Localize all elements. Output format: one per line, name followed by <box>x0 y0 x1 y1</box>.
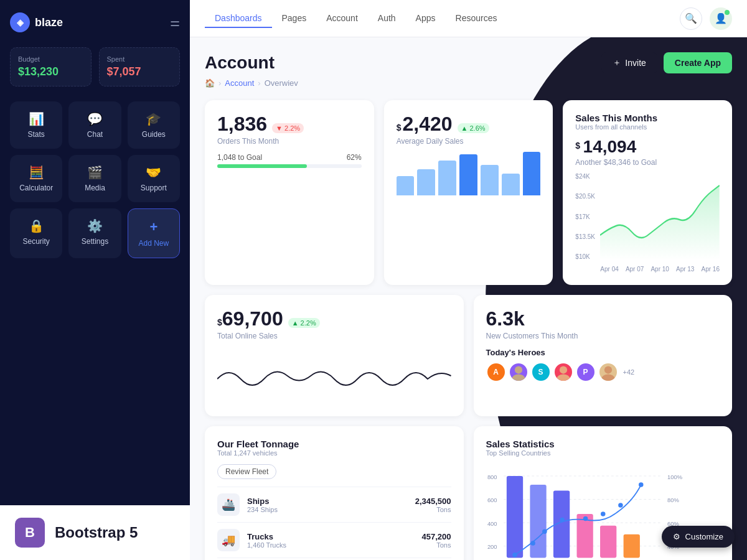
orders-card: 1,836 ▼ 2.2% Orders This Month 1,048 to … <box>205 100 374 285</box>
nav-apps[interactable]: Apps <box>406 9 446 28</box>
page-header: Account ＋ Invite Create App 🏠 › Account … <box>205 52 732 88</box>
fleet-item-ships: 🚢 Ships 234 Ships 2,345,500 Tons <box>217 487 451 522</box>
page-content: Account ＋ Invite Create App 🏠 › Account … <box>190 37 747 560</box>
mini-bar-chart <box>397 152 541 195</box>
progress-bar-bg <box>217 164 362 168</box>
settings-label: Settings <box>82 237 108 246</box>
header-buttons: ＋ Invite Create App <box>601 52 732 73</box>
online-dollar: $ <box>217 317 222 327</box>
sidebar-item-add-new[interactable]: + Add New <box>128 208 180 258</box>
svg-point-29 <box>600 511 605 516</box>
chat-label: Chat <box>87 130 103 139</box>
sidebar-item-chat[interactable]: 💬 Chat <box>68 101 121 149</box>
sidebar-item-calculator[interactable]: 🧮 Calculator <box>10 155 62 202</box>
fleet-item-planes: ✈️ Planes 8 Aircrafts 1,240 Tons <box>217 558 451 560</box>
add-new-icon: + <box>149 219 157 235</box>
customize-icon: ⚙ <box>673 532 680 541</box>
customize-button[interactable]: ⚙ Customize <box>662 526 735 548</box>
trucks-sub: 1,460 Trucks <box>247 541 286 549</box>
support-label: Support <box>141 184 167 192</box>
progress-section: 1,048 to Goal 62% <box>217 153 362 168</box>
create-app-button[interactable]: Create App <box>664 52 732 73</box>
spent-card: Spent $7,057 <box>99 47 181 86</box>
sidebar-item-settings[interactable]: ⚙️ Settings <box>68 208 121 258</box>
ships-value: 2,345,500 Tons <box>415 497 451 513</box>
nav-pages[interactable]: Pages <box>272 9 317 28</box>
bar-3 <box>438 161 456 195</box>
invite-button[interactable]: ＋ Invite <box>601 52 657 73</box>
ships-sub: 234 Ships <box>247 506 278 513</box>
budget-row: Budget $13,230 Spent $7,057 <box>10 47 180 86</box>
spent-label: Spent <box>107 55 172 63</box>
customers-value: 6.3k <box>486 307 720 330</box>
svg-point-5 <box>601 375 614 383</box>
sales-stats-sub: Top Selling Countries <box>486 449 720 457</box>
sidebar-item-support[interactable]: 🤝 Support <box>128 155 180 202</box>
svg-text:100%: 100% <box>667 474 682 480</box>
add-new-label: Add New <box>138 239 169 248</box>
svg-point-31 <box>639 482 644 487</box>
media-label: Media <box>85 184 105 192</box>
bottom-grid: Our Fleet Tonnage Total 1,247 vehicles R… <box>205 426 732 560</box>
sales-month-goal: Another $48,346 to Goal <box>575 158 720 167</box>
sales-dollar: $ <box>575 141 580 151</box>
review-fleet-button[interactable]: Review Fleet <box>217 464 276 479</box>
ships-name: Ships <box>247 497 278 506</box>
x-label-3: Apr 10 <box>651 266 669 273</box>
notification-dot <box>725 10 730 15</box>
sidebar-grid-menu: 📊 Stats 💬 Chat 🎓 Guides 🧮 Calculator 🎬 M… <box>10 101 180 258</box>
x-label-5: Apr 16 <box>702 266 720 273</box>
logo-area: ◈ blaze <box>10 12 63 32</box>
sales-month-card: Sales This Months Users from all channel… <box>563 100 732 285</box>
search-button[interactable]: 🔍 <box>680 7 702 30</box>
calculator-label: Calculator <box>19 184 53 192</box>
wavy-chart <box>217 348 451 404</box>
heroes-section: Today's Heroes A S P <box>486 348 720 382</box>
svg-text:400: 400 <box>487 521 497 527</box>
online-sales-card: $ 69,700 ▲ 2.2% Total Online Sales <box>205 295 464 416</box>
nav-auth[interactable]: Auth <box>368 9 406 28</box>
menu-icon[interactable]: ⚌ <box>170 16 180 29</box>
main-content: Dashboards Pages Account Auth Apps Resou… <box>190 0 747 560</box>
orders-label: Orders This Month <box>217 137 362 146</box>
sales-month-title: Sales This Months <box>575 113 720 123</box>
bootstrap-icon: B <box>15 518 45 548</box>
stats-grid: 1,836 ▼ 2.2% Orders This Month 1,048 to … <box>205 100 732 285</box>
nav-dashboards[interactable]: Dashboards <box>205 9 272 28</box>
guides-label: Guides <box>142 130 166 139</box>
svg-rect-15 <box>530 485 546 558</box>
budget-card: Budget $13,230 <box>10 47 92 86</box>
sidebar-item-security[interactable]: 🔒 Security <box>10 208 62 258</box>
x-label-2: Apr 07 <box>626 266 644 273</box>
notification-button[interactable]: 👤 <box>710 7 732 30</box>
support-icon: 🤝 <box>146 165 161 180</box>
security-label: Security <box>22 237 49 246</box>
sidebar-item-stats[interactable]: 📊 Stats <box>10 101 62 149</box>
bar-5 <box>481 165 499 195</box>
svg-text:200: 200 <box>487 544 497 550</box>
nav-account[interactable]: Account <box>316 9 368 28</box>
svg-text:80%: 80% <box>667 497 679 503</box>
progress-bar-fill <box>217 164 307 168</box>
breadcrumb-home-icon[interactable]: 🏠 <box>205 78 215 88</box>
avatar-3: S <box>531 362 551 382</box>
sales-line-chart: $24K $20.5K $17K $13.5K $10K <box>575 173 720 273</box>
svg-point-27 <box>560 518 565 523</box>
x-label-4: Apr 13 <box>676 266 694 273</box>
customers-card: 6.3k New Customers This Month Today's He… <box>474 295 733 416</box>
sidebar-item-media[interactable]: 🎬 Media <box>68 155 121 202</box>
bootstrap-badge: B Bootstrap 5 <box>0 505 190 560</box>
svg-point-4 <box>604 366 611 373</box>
breadcrumb-account[interactable]: Account <box>225 78 254 88</box>
trucks-value: 457,200 Tons <box>422 532 451 549</box>
svg-rect-14 <box>506 476 522 558</box>
fleet-card: Our Fleet Tonnage Total 1,247 vehicles R… <box>205 426 464 560</box>
settings-icon: ⚙️ <box>87 218 103 233</box>
media-icon: 🎬 <box>87 165 103 180</box>
budget-value: $13,230 <box>18 65 83 78</box>
svg-point-1 <box>512 375 525 383</box>
bar-2 <box>417 169 435 195</box>
sidebar-item-guides[interactable]: 🎓 Guides <box>128 101 180 149</box>
progress-pct: 62% <box>347 153 362 162</box>
nav-resources[interactable]: Resources <box>446 9 507 28</box>
